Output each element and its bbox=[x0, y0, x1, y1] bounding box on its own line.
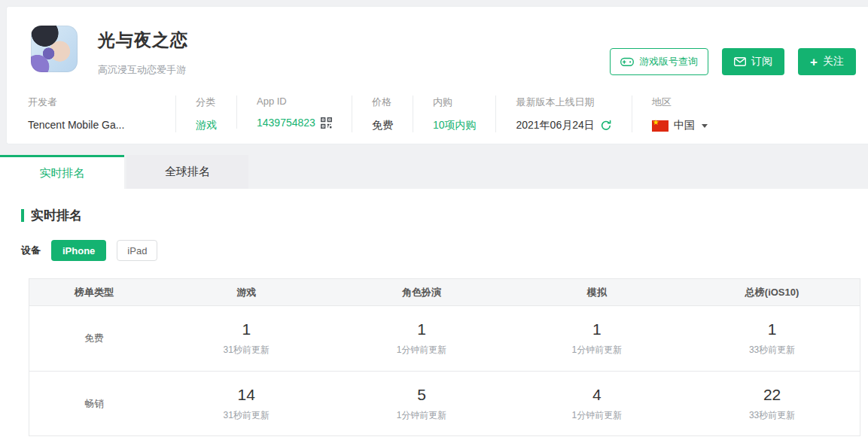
envelope-icon bbox=[734, 57, 746, 66]
iap-link[interactable]: 10项内购 bbox=[433, 119, 477, 132]
section-title: 实时排名 bbox=[31, 207, 82, 224]
rank-value: 22 bbox=[763, 386, 781, 404]
rank-value: 14 bbox=[238, 386, 255, 404]
column-header-game: 游戏 bbox=[159, 286, 334, 299]
subscribe-label: 订阅 bbox=[751, 55, 772, 68]
release-date-value: 2021年06月24日 bbox=[516, 119, 594, 132]
app-info-row: 开发者 Tencent Mobile Ga... 分类 游戏 App ID 14… bbox=[28, 96, 727, 132]
rank-value: 1 bbox=[768, 320, 777, 338]
column-header-roleplay: 角色扮演 bbox=[334, 286, 510, 299]
rank-cell: 4 1分钟前更新 bbox=[509, 386, 684, 422]
device-ipad-button[interactable]: iPad bbox=[117, 240, 157, 261]
follow-button[interactable]: + 关注 bbox=[798, 48, 856, 75]
column-header-simulation: 模拟 bbox=[509, 286, 684, 299]
tab-realtime-ranking[interactable]: 实时排名 bbox=[0, 155, 124, 189]
rank-cell: 1 33秒前更新 bbox=[684, 320, 860, 357]
section-accent-bar bbox=[21, 209, 24, 222]
info-developer: 开发者 Tencent Mobile Ga... bbox=[28, 96, 175, 131]
ranking-table: 榜单类型 游戏 角色扮演 模拟 总榜(iOS10) 免费 1 31秒前更新 1 … bbox=[29, 278, 860, 436]
column-header-type: 榜单类型 bbox=[29, 286, 159, 299]
license-check-button[interactable]: 游戏版号查询 bbox=[610, 48, 708, 75]
info-iap: 内购 10项内购 bbox=[413, 96, 496, 132]
chevron-down-icon bbox=[702, 124, 708, 128]
license-check-label: 游戏版号查询 bbox=[639, 55, 698, 68]
subscribe-button[interactable]: 订阅 bbox=[722, 48, 784, 75]
qr-code-icon[interactable] bbox=[321, 117, 332, 129]
region-selector[interactable]: ★ 中国 bbox=[652, 119, 708, 132]
table-row: 免费 1 31秒前更新 1 1分钟前更新 1 1分钟前更新 1 33秒前更新 bbox=[29, 306, 860, 371]
release-date-label: 最新版本上线日期 bbox=[516, 96, 611, 109]
china-flag-icon: ★ bbox=[652, 120, 669, 132]
follow-label: 关注 bbox=[823, 55, 844, 68]
device-iphone-button[interactable]: iPhone bbox=[51, 240, 106, 261]
rank-cell: 14 31秒前更新 bbox=[159, 386, 334, 422]
app-subtitle: 高沉浸互动恋爱手游 bbox=[98, 63, 188, 77]
rank-cell: 1 1分钟前更新 bbox=[509, 320, 684, 357]
table-header-row: 榜单类型 游戏 角色扮演 模拟 总榜(iOS10) bbox=[29, 279, 860, 306]
row-label: 免费 bbox=[29, 332, 159, 345]
info-category: 分类 游戏 bbox=[175, 96, 236, 132]
price-value: 免费 bbox=[372, 119, 393, 132]
rank-updated: 1分钟前更新 bbox=[571, 344, 622, 357]
tab-global-ranking[interactable]: 全球排名 bbox=[126, 155, 248, 189]
app-header-card: 光与夜之恋 高沉浸互动恋爱手游 游戏版号查询 bbox=[6, 6, 868, 144]
info-app-id: App ID 1439754823 bbox=[236, 96, 352, 129]
table-row: 畅销 14 31秒前更新 5 1分钟前更新 4 1分钟前更新 22 33秒前更新 bbox=[29, 371, 860, 435]
developer-label: 开发者 bbox=[28, 96, 156, 109]
rank-updated: 33秒前更新 bbox=[749, 344, 795, 357]
region-label: 地区 bbox=[652, 96, 708, 109]
rank-cell: 22 33秒前更新 bbox=[684, 386, 860, 422]
info-region: 地区 ★ 中国 bbox=[632, 96, 727, 132]
plus-icon: + bbox=[810, 56, 818, 68]
rank-updated: 1分钟前更新 bbox=[397, 344, 447, 357]
rank-cell: 1 31秒前更新 bbox=[159, 320, 334, 357]
iap-label: 内购 bbox=[433, 96, 477, 109]
category-link[interactable]: 游戏 bbox=[196, 119, 217, 132]
device-label: 设备 bbox=[21, 244, 41, 257]
header-actions: 游戏版号查询 订阅 + 关注 bbox=[610, 48, 856, 75]
app-meta: 光与夜之恋 高沉浸互动恋爱手游 bbox=[98, 26, 188, 77]
app-id-value[interactable]: 1439754823 bbox=[257, 117, 315, 129]
rank-value: 1 bbox=[592, 320, 602, 338]
region-value: 中国 bbox=[674, 119, 695, 132]
rank-cell: 5 1分钟前更新 bbox=[334, 386, 510, 422]
info-release-date: 最新版本上线日期 2021年06月24日 bbox=[495, 96, 631, 132]
rank-updated: 1分钟前更新 bbox=[397, 409, 447, 422]
page-title: 光与夜之恋 bbox=[98, 29, 188, 52]
rank-value: 1 bbox=[417, 320, 426, 338]
refresh-icon[interactable] bbox=[600, 120, 612, 132]
rank-updated: 31秒前更新 bbox=[224, 344, 270, 357]
rank-value: 4 bbox=[592, 386, 602, 404]
rank-value: 1 bbox=[242, 320, 251, 338]
info-price: 价格 免费 bbox=[352, 96, 413, 132]
price-label: 价格 bbox=[372, 96, 393, 109]
rank-updated: 31秒前更新 bbox=[224, 409, 270, 422]
rank-updated: 1分钟前更新 bbox=[571, 409, 622, 422]
tab-bar: 实时排名 全球排名 bbox=[0, 155, 868, 189]
rank-updated: 33秒前更新 bbox=[749, 409, 795, 422]
rank-cell: 1 1分钟前更新 bbox=[334, 320, 510, 357]
rank-value: 5 bbox=[417, 386, 426, 404]
row-label: 畅销 bbox=[29, 397, 159, 411]
section-header: 实时排名 bbox=[0, 189, 868, 224]
app-icon bbox=[31, 26, 78, 72]
developer-value[interactable]: Tencent Mobile Ga... bbox=[28, 119, 156, 131]
content-panel: 实时排名 设备 iPhone iPad 榜单类型 游戏 角色扮演 模拟 总榜(i… bbox=[0, 189, 868, 440]
device-toggle-row: 设备 iPhone iPad bbox=[21, 240, 868, 261]
gamepad-icon bbox=[620, 56, 634, 67]
page: 光与夜之恋 高沉浸互动恋爱手游 游戏版号查询 bbox=[0, 6, 868, 440]
app-id-label: App ID bbox=[257, 96, 332, 107]
column-header-overall: 总榜(iOS10) bbox=[684, 286, 860, 299]
category-label: 分类 bbox=[196, 96, 217, 109]
